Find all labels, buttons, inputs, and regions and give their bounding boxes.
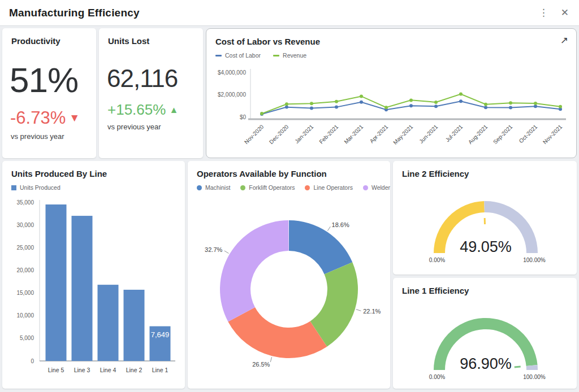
legend-item-revenue[interactable]: Revenue [273, 52, 306, 59]
svg-text:Nov-2020: Nov-2020 [243, 123, 265, 145]
units-produced-chart[interactable]: 05,00010,00015,00020,00025,00030,00035,0… [10, 194, 177, 381]
legend-item-machinist[interactable]: Machinist [197, 184, 230, 191]
machinist-swatch [197, 185, 202, 190]
line2-efficiency-card: Line 2 Efficiency 49.05%0.00%100.00% [393, 161, 577, 275]
svg-text:May-2021: May-2021 [392, 123, 414, 146]
svg-text:100.00%: 100.00% [523, 257, 546, 263]
svg-text:Line 2: Line 2 [126, 367, 142, 373]
svg-text:96.90%: 96.90% [460, 355, 512, 372]
svg-text:Aug-2021: Aug-2021 [467, 123, 489, 145]
svg-text:Jan-2021: Jan-2021 [293, 123, 315, 145]
productivity-card: Productivity 51% -6.73% ▼ vs previous ye… [2, 28, 96, 158]
units-produced-swatch [11, 185, 16, 190]
productivity-title: Productivity [2, 28, 96, 46]
line2-efficiency-title: Line 2 Efficiency [393, 161, 577, 178]
svg-text:$2,000,000: $2,000,000 [218, 92, 246, 98]
productivity-value: 51% [10, 63, 96, 98]
svg-text:7,649: 7,649 [151, 330, 170, 339]
svg-text:Sep-2021: Sep-2021 [492, 123, 514, 145]
svg-text:18.6%: 18.6% [332, 221, 349, 228]
labor-revenue-card: Cost of Labor vs Revenue ↗ Cost of Labor… [206, 28, 577, 158]
productivity-caption: vs previous year [11, 132, 96, 141]
svg-text:5,000: 5,000 [20, 335, 34, 341]
svg-text:$4,000,000: $4,000,000 [218, 69, 246, 76]
svg-text:Line 4: Line 4 [100, 367, 116, 373]
svg-text:Nov-2021: Nov-2021 [542, 123, 564, 145]
units-lost-delta-value: +15.65% [107, 102, 166, 117]
svg-text:30,000: 30,000 [16, 222, 34, 228]
units-lost-value: 62,116 [107, 66, 203, 91]
dashboard-screen: Manufacturing Efficiency ⋮ ✕ Productivit… [0, 0, 579, 392]
svg-text:32.7%: 32.7% [205, 246, 222, 253]
svg-text:Apr-2021: Apr-2021 [369, 123, 390, 144]
operators-card: Operators Available by Function Machinis… [188, 161, 390, 389]
units-produced-legend: Units Produced [2, 178, 185, 191]
svg-text:Oct-2021: Oct-2021 [518, 123, 539, 144]
units-lost-caption: vs previous year [107, 123, 203, 131]
expand-icon[interactable]: ↗ [560, 29, 576, 45]
svg-text:Jun-2021: Jun-2021 [418, 123, 439, 145]
legend-item-cost-of-labor[interactable]: Cost of Labor [215, 52, 261, 59]
units-lost-card: Units Lost 62,116 +15.65% ▲ vs previous … [99, 28, 203, 158]
page-title: Manufacturing Efficiency [9, 7, 140, 19]
svg-text:0: 0 [31, 358, 34, 364]
svg-text:Line 5: Line 5 [48, 367, 64, 373]
close-icon[interactable]: ✕ [561, 8, 569, 18]
svg-text:$0: $0 [240, 114, 247, 120]
down-triangle-icon: ▼ [69, 112, 80, 123]
legend-item-units-produced[interactable]: Units Produced [11, 184, 61, 191]
forklift-swatch [240, 185, 245, 190]
units-lost-delta: +15.65% ▲ [107, 102, 203, 117]
line1-efficiency-card: Line 1 Efficiency 96.90%0.00%100.00% [393, 278, 577, 389]
welder-swatch [363, 185, 368, 190]
labor-revenue-legend: Cost of Labor Revenue [206, 46, 576, 59]
units-produced-card: Units Produced By Line Units Produced 05… [2, 161, 185, 389]
legend-item-forklift-operators[interactable]: Forklift Operators [240, 184, 295, 191]
svg-text:15,000: 15,000 [16, 290, 34, 296]
svg-text:49.05%: 49.05% [460, 238, 512, 255]
labor-revenue-chart[interactable]: $0$2,000,000$4,000,000Nov-2020Dec-2020Ja… [214, 62, 568, 147]
svg-text:35,000: 35,000 [16, 199, 34, 206]
revenue-swatch [273, 55, 279, 56]
svg-text:100.00%: 100.00% [523, 374, 546, 380]
window-header: Manufacturing Efficiency ⋮ ✕ [0, 0, 579, 26]
line2-efficiency-gauge[interactable]: 49.05%0.00%100.00% [401, 183, 569, 268]
svg-text:25,000: 25,000 [16, 245, 34, 251]
operators-chart[interactable]: 18.6%22.1%26.5%32.7% [196, 194, 382, 381]
svg-text:Line 1: Line 1 [152, 367, 168, 373]
svg-text:Dec-2020: Dec-2020 [268, 123, 290, 145]
line1-efficiency-title: Line 1 Efficiency [393, 278, 577, 295]
units-produced-title: Units Produced By Line [2, 161, 185, 178]
svg-text:26.5%: 26.5% [252, 361, 270, 368]
legend-item-welder[interactable]: Welder [363, 184, 390, 191]
units-lost-title: Units Lost [99, 28, 203, 46]
line1-efficiency-gauge[interactable]: 96.90%0.00%100.00% [401, 300, 569, 385]
svg-text:Line 3: Line 3 [74, 367, 90, 373]
svg-text:20,000: 20,000 [16, 267, 34, 273]
svg-text:Feb-2021: Feb-2021 [318, 123, 339, 145]
svg-text:0.00%: 0.00% [429, 257, 445, 263]
svg-text:Mar-2021: Mar-2021 [343, 123, 364, 145]
svg-text:22.1%: 22.1% [363, 308, 381, 315]
productivity-delta-value: -6.73% [10, 109, 66, 127]
svg-text:Jul-2021: Jul-2021 [444, 123, 464, 143]
labor-revenue-title: Cost of Labor vs Revenue [206, 29, 329, 46]
operators-title: Operators Available by Function [188, 161, 390, 178]
more-menu-icon[interactable]: ⋮ [539, 8, 548, 18]
cost-of-labor-swatch [215, 55, 222, 56]
up-triangle-icon: ▲ [169, 105, 178, 114]
svg-text:0.00%: 0.00% [429, 374, 445, 380]
svg-text:10,000: 10,000 [16, 312, 34, 319]
header-actions: ⋮ ✕ [539, 8, 569, 18]
legend-item-line-operators[interactable]: Line Operators [305, 184, 352, 191]
line-operators-swatch [305, 185, 310, 190]
operators-legend: Machinist Forklift Operators Line Operat… [188, 178, 390, 191]
productivity-delta: -6.73% ▼ [10, 109, 96, 127]
